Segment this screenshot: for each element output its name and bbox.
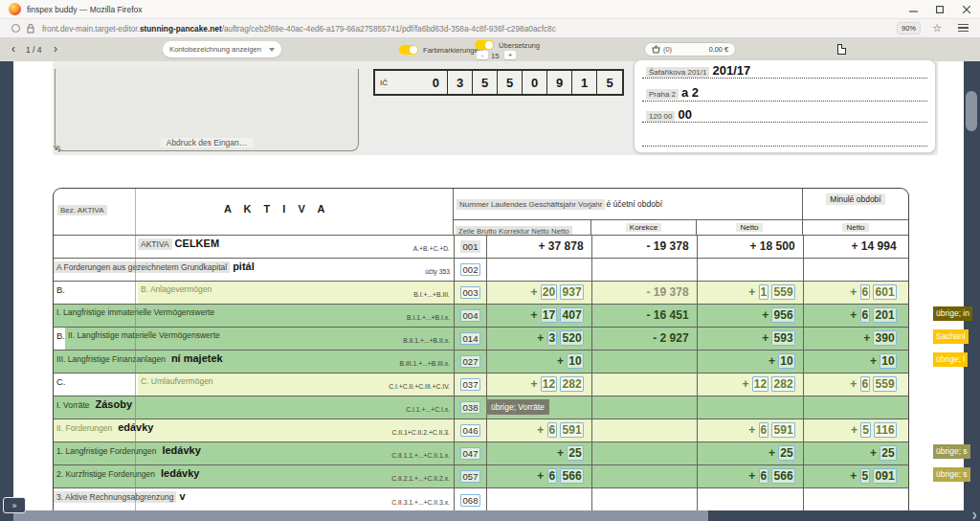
row-label-original: Zásoby (96, 398, 133, 410)
value-cell[interactable]: +956 (697, 305, 803, 327)
horizontal-scrollbar[interactable]: ❯ (0, 510, 980, 521)
row-label-original: ní majetek (171, 352, 223, 364)
app-toolbar: ‹ 1 / 4 › Kontobezeichnung anzeigen Farb… (0, 38, 980, 61)
row-number-field[interactable]: 014 (460, 332, 481, 345)
value-cell[interactable]: +10 (803, 351, 908, 373)
row-label-cell: C.C. UmlaufvermögenC.I.+C.II.+C.III.+C.I… (54, 374, 454, 396)
row-label-translated: I. Vorräte (54, 399, 93, 411)
maximize-button[interactable] (926, 0, 953, 18)
value-cell[interactable]: +593 (697, 328, 803, 350)
ic-digit: 1 (581, 76, 588, 90)
value-cell[interactable]: +390 (803, 328, 908, 350)
value-cell[interactable]: +6566 (486, 465, 591, 487)
row-number-field[interactable]: 027 (460, 355, 481, 368)
value-cell[interactable]: +6201 (803, 305, 908, 327)
row-letter-prefix: B. (54, 328, 65, 350)
browser-zoom-badge[interactable]: 90% (897, 22, 921, 34)
row-label-cell: 3. Aktive RechnungsabgrenzungvC.II.3.1.+… (54, 488, 454, 511)
row-label-cell: A Forderungen aus gezeichnetem Grundkapi… (54, 259, 454, 281)
bookmark-star-icon[interactable]: ☆ (932, 22, 942, 34)
scroll-right-arrow-icon[interactable]: ❯ (971, 511, 977, 519)
value-cell[interactable]: +10 (697, 351, 803, 373)
row-number-field[interactable]: 068 (460, 494, 481, 507)
row-number-field[interactable]: 037 (460, 378, 481, 391)
row-number-cell: 057 (454, 465, 486, 487)
header-col-minule-netto: Netto (842, 223, 868, 232)
value-cell[interactable]: +17407 (486, 305, 591, 327)
row-label-original: CELKEM (175, 238, 219, 249)
value-cell[interactable]: +6566 (697, 465, 803, 487)
browser-window: finspex buddy — Mozilla Firefox front.de… (0, 0, 980, 521)
tooltip: übrige; s (933, 444, 970, 459)
vj-label: Vj. (54, 144, 62, 152)
table-row-068: 3. Aktive RechnungsabgrenzungvC.II.3.1.+… (54, 488, 908, 511)
value-cell[interactable]: +10 (486, 351, 591, 373)
close-button[interactable] (953, 0, 980, 18)
ic-label: IČ (380, 79, 388, 87)
value-cell[interactable]: +6559 (803, 374, 908, 396)
zoom-out-button[interactable]: - (477, 51, 488, 59)
table-row-037: C.C. UmlaufvermögenC.I.+C.II.+C.III.+C.I… (54, 374, 908, 396)
row-number-field[interactable]: 046 (460, 424, 481, 437)
row-number-field[interactable]: 004 (460, 309, 481, 322)
ic-digit: 5 (506, 76, 513, 90)
row-number-field[interactable]: 038 (460, 401, 481, 414)
value-cell[interactable]: +12282 (486, 374, 591, 396)
value-cell[interactable]: +3520 (486, 328, 591, 350)
address-box: Šafaříkova 201/1201/17 Praha 2a 2 120 00… (634, 59, 936, 153)
zoom-in-button[interactable]: + (504, 51, 516, 59)
horizontal-scrollbar-thumb[interactable] (13, 510, 708, 521)
window-titlebar: finspex buddy — Mozilla Firefox (0, 0, 980, 19)
prev-page-button[interactable]: ‹ (11, 41, 15, 57)
value-cell (591, 351, 697, 373)
cart-summary[interactable]: (0) 0,00 € (644, 42, 736, 57)
value-cell[interactable]: +6601 (803, 282, 908, 304)
minimize-button[interactable] (900, 0, 926, 18)
page-indicator: 1 / 4 (26, 45, 42, 55)
document-icon[interactable] (837, 44, 846, 55)
value-cell (486, 488, 591, 511)
ic-digit: 3 (457, 76, 463, 90)
value-cell[interactable]: +6591 (697, 419, 803, 442)
row-label-cell: B.B. AnlagevermögenB.I.+...+B.III. (54, 282, 454, 304)
table-body: AKTIVACELKEMA.+B.+C.+D.001+37878-19378+1… (54, 236, 908, 511)
row-label-original: ledávky (161, 467, 199, 479)
color-marking-toggle[interactable] (399, 45, 418, 55)
row-number-cell: 046 (454, 419, 486, 442)
row-number-field[interactable]: 003 (460, 286, 481, 299)
value-cell[interactable]: +25 (803, 442, 908, 464)
value-cell[interactable]: +12282 (697, 374, 803, 396)
row-label-original: v (179, 490, 185, 502)
url-text: front.dev-main.target-editor.stunning-pa… (42, 24, 556, 34)
value-cell[interactable]: +20937 (486, 282, 591, 304)
row-number-field[interactable]: 057 (460, 470, 481, 483)
row-number-cell: 068 (454, 488, 486, 511)
translation-toggle[interactable] (475, 40, 494, 50)
row-letter-prefix (54, 236, 138, 258)
lock-icon (27, 24, 34, 34)
value-cell[interactable]: +25 (697, 442, 803, 464)
account-label-dropdown[interactable]: Kontobezeichnung anzeigen (163, 41, 281, 57)
next-page-button[interactable]: › (54, 41, 57, 57)
row-number-field[interactable]: 002 (460, 263, 481, 276)
table-row-002: A Forderungen aus gezeichnetem Grundkapi… (54, 259, 908, 282)
row-label-cell: 2. Kurzfristige ForderungenledávkyC.II.2… (54, 465, 454, 487)
value-cell[interactable]: +5091 (803, 465, 908, 487)
row-letter-prefix: B. (54, 282, 138, 304)
row-number-field[interactable]: 047 (460, 447, 481, 460)
url-bar[interactable]: front.dev-main.target-editor.stunning-pa… (0, 19, 980, 38)
value-cell[interactable]: +6591 (486, 419, 591, 442)
value-cell[interactable]: +5116 (803, 419, 908, 442)
value-cell[interactable]: +25 (486, 442, 591, 464)
value-cell[interactable]: +1559 (697, 282, 803, 304)
expand-sidebar-button[interactable]: » (3, 497, 26, 513)
pdf-viewer: Abdruck des Eingan… Vj. IČ 0 3 5 5 0 9 1… (0, 61, 980, 521)
tooltip: übrige; Vorräte (486, 399, 549, 415)
vertical-scrollbar[interactable] (964, 61, 980, 510)
site-info-icon[interactable] (11, 24, 20, 33)
vertical-scrollbar-thumb[interactable] (966, 91, 977, 131)
row-number-cell: 001 (454, 236, 486, 258)
menu-icon[interactable] (958, 24, 969, 33)
value-cell: +37878 (486, 236, 591, 258)
header-period-translated: Nummer Laufendes Geschäftsjahr Vorjahr (457, 199, 605, 210)
